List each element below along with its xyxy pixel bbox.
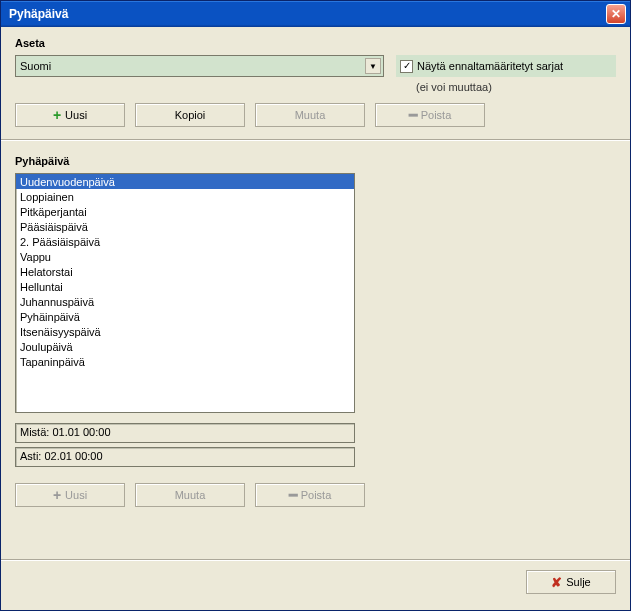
checkbox-area: ✓ Näytä ennaltamääritetyt sarjat (ei voi… — [396, 55, 616, 93]
close-icon[interactable]: ✕ — [606, 4, 626, 24]
bottom-button-row: + Uusi Muuta ━ Poista — [15, 483, 616, 507]
list-item[interactable]: Helluntai — [16, 279, 354, 294]
list-item[interactable]: Helatorstai — [16, 264, 354, 279]
window-title: Pyhäpäivä — [9, 7, 68, 21]
muuta-button-label: Muuta — [295, 109, 326, 121]
list-item[interactable]: Pitkäperjantai — [16, 204, 354, 219]
poista-button-bottom: ━ Poista — [255, 483, 365, 507]
plus-icon: + — [53, 488, 61, 502]
list-item[interactable]: Pääsiäispäivä — [16, 219, 354, 234]
footer: ✘ Sulje — [1, 559, 630, 600]
list-item[interactable]: Loppiainen — [16, 189, 354, 204]
asti-field: Asti: 02.01 00:00 — [15, 447, 355, 467]
muuta-button: Muuta — [255, 103, 365, 127]
country-combo-value: Suomi — [20, 60, 51, 72]
kopioi-button-label: Kopioi — [175, 109, 206, 121]
poista-button-bottom-label: Poista — [301, 489, 332, 501]
divider — [1, 139, 630, 141]
top-button-row: + Uusi Kopioi Muuta ━ Poista — [15, 103, 616, 127]
country-combo[interactable]: Suomi ▼ — [15, 55, 384, 77]
top-row: Suomi ▼ ✓ Näytä ennaltamääritetyt sarjat… — [15, 55, 616, 93]
list-item[interactable]: 2. Pääsiäispäivä — [16, 234, 354, 249]
holiday-listbox[interactable]: UudenvuodenpäiväLoppiainenPitkäperjantai… — [15, 173, 355, 413]
show-predefined-checkbox-row[interactable]: ✓ Näytä ennaltamääritetyt sarjat — [396, 55, 616, 77]
holiday-list-label: Pyhäpäivä — [15, 155, 616, 167]
list-item[interactable]: Joulupäivä — [16, 339, 354, 354]
minus-icon: ━ — [409, 108, 417, 122]
body: Aseta Suomi ▼ ✓ Näytä ennaltamääritetyt … — [1, 27, 630, 610]
minus-icon: ━ — [289, 488, 297, 502]
sulje-button-label: Sulje — [566, 576, 590, 588]
uusi-button-bottom-label: Uusi — [65, 489, 87, 501]
uusi-button-bottom: + Uusi — [15, 483, 125, 507]
sulje-button[interactable]: ✘ Sulje — [526, 570, 616, 594]
checkbox-icon[interactable]: ✓ — [400, 60, 413, 73]
titlebar: Pyhäpäivä ✕ — [1, 1, 630, 27]
list-item[interactable]: Vappu — [16, 249, 354, 264]
muuta-button-bottom-label: Muuta — [175, 489, 206, 501]
kopioi-button[interactable]: Kopioi — [135, 103, 245, 127]
list-item[interactable]: Itsenäisyyspäivä — [16, 324, 354, 339]
plus-icon: + — [53, 108, 61, 122]
close-x-icon: ✘ — [551, 576, 562, 589]
poista-button-label: Poista — [421, 109, 452, 121]
list-item[interactable]: Pyhäinpäivä — [16, 309, 354, 324]
list-item[interactable]: Juhannuspäivä — [16, 294, 354, 309]
muuta-button-bottom: Muuta — [135, 483, 245, 507]
list-item[interactable]: Uudenvuodenpäivä — [16, 174, 354, 189]
checkbox-label: Näytä ennaltamääritetyt sarjat — [417, 60, 563, 72]
list-item[interactable]: Tapaninpäivä — [16, 354, 354, 369]
uusi-button-label: Uusi — [65, 109, 87, 121]
window: Pyhäpäivä ✕ Aseta Suomi ▼ ✓ Näytä ennalt… — [0, 0, 631, 611]
uusi-button[interactable]: + Uusi — [15, 103, 125, 127]
poista-button: ━ Poista — [375, 103, 485, 127]
mista-field: Mistä: 01.01 00:00 — [15, 423, 355, 443]
checkbox-subtext: (ei voi muuttaa) — [396, 77, 616, 93]
chevron-down-icon[interactable]: ▼ — [365, 58, 381, 74]
aseta-label: Aseta — [15, 37, 616, 49]
